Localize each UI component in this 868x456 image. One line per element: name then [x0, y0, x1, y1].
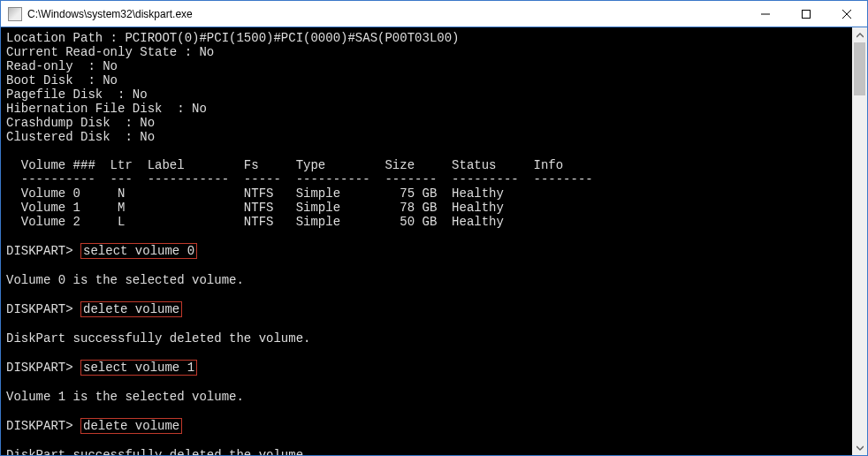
scroll-down-button[interactable] — [852, 440, 867, 455]
vertical-scrollbar[interactable] — [852, 27, 867, 455]
table-divider: ---------- --- ----------- ----- -------… — [6, 172, 847, 186]
highlighted-command: delete volume — [80, 418, 182, 434]
info-line: Crashdump Disk : No — [6, 116, 847, 130]
response-line: DiskPart successfully deleted the volume… — [6, 331, 847, 346]
highlighted-command: delete volume — [80, 301, 182, 317]
response-line: Volume 0 is the selected volume. — [6, 273, 847, 287]
response-line: DiskPart successfully deleted the volume… — [6, 448, 847, 455]
console-window: C:\Windows\system32\diskpart.exe Locatio… — [0, 0, 868, 456]
response-line: Volume 1 is the selected volume. — [6, 390, 847, 404]
client-area: Location Path : PCIROOT(0)#PCI(1500)#PCI… — [1, 27, 867, 455]
prompt: DISKPART> — [6, 419, 73, 433]
app-icon — [8, 7, 22, 21]
info-line: Hibernation File Disk : No — [6, 102, 847, 116]
table-row: Volume 0 N NTFS Simple 75 GB Healthy — [6, 186, 847, 201]
titlebar[interactable]: C:\Windows\system32\diskpart.exe — [1, 1, 867, 27]
info-line: Read-only : No — [6, 59, 847, 73]
info-line: Location Path : PCIROOT(0)#PCI(1500)#PCI… — [6, 31, 847, 45]
scroll-up-button[interactable] — [852, 27, 867, 42]
prompt: DISKPART> — [6, 244, 73, 258]
maximize-button[interactable] — [786, 1, 826, 27]
scroll-track[interactable] — [852, 42, 867, 440]
close-button[interactable] — [826, 1, 867, 27]
info-line: Current Read-only State : No — [6, 45, 847, 59]
window-title: C:\Windows\system32\diskpart.exe — [27, 8, 193, 20]
terminal-output[interactable]: Location Path : PCIROOT(0)#PCI(1500)#PCI… — [1, 27, 852, 455]
minimize-button[interactable] — [745, 1, 786, 27]
highlighted-command: select volume 0 — [80, 243, 197, 259]
highlighted-command: select volume 1 — [80, 360, 197, 376]
table-row: Volume 1 M NTFS Simple 78 GB Healthy — [6, 201, 847, 215]
table-header: Volume ### Ltr Label Fs Type Size Status… — [6, 158, 847, 172]
prompt: DISKPART> — [6, 361, 73, 375]
table-row: Volume 2 L NTFS Simple 50 GB Healthy — [6, 215, 847, 229]
info-line: Pagefile Disk : No — [6, 87, 847, 102]
svg-rect-1 — [803, 10, 811, 18]
prompt: DISKPART> — [6, 302, 73, 316]
info-line: Boot Disk : No — [6, 73, 847, 87]
scroll-thumb[interactable] — [854, 42, 865, 95]
info-line: Clustered Disk : No — [6, 130, 847, 144]
